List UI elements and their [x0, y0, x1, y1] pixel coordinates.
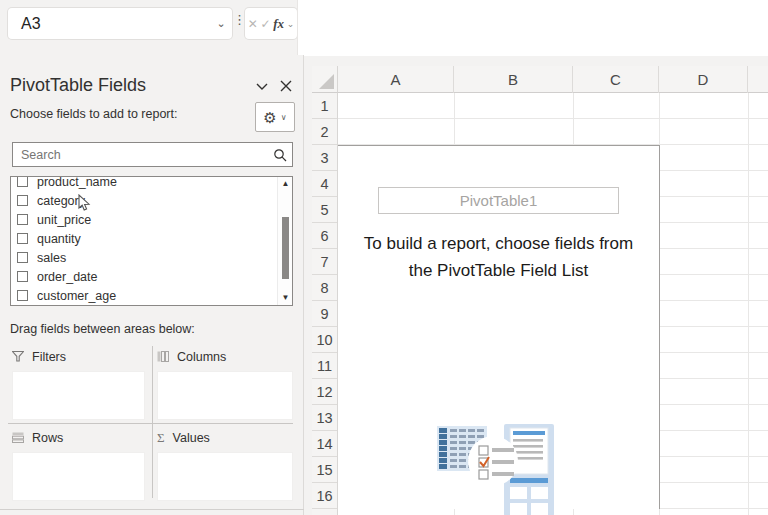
- pivot-name-box[interactable]: PivotTable1: [378, 187, 619, 214]
- checkbox-icon[interactable]: [17, 290, 28, 301]
- gear-icon: ⚙: [263, 110, 276, 125]
- row-header[interactable]: 14: [312, 431, 337, 457]
- more-options-icon[interactable]: ⋮: [233, 17, 243, 22]
- filters-area: Filters: [8, 347, 149, 423]
- row-header[interactable]: 9: [312, 301, 337, 327]
- values-area: Σ Values: [157, 428, 298, 504]
- field-item-product-name[interactable]: product_name: [11, 176, 277, 191]
- fx-dropdown-icon[interactable]: ⌄: [287, 19, 295, 29]
- pane-title: PivotTable Fields: [10, 75, 146, 96]
- areas-vertical-divider: [152, 346, 153, 498]
- column-header-a[interactable]: A: [338, 66, 454, 93]
- pivot-placeholder-graphic: [437, 424, 557, 515]
- columns-area: Columns: [157, 347, 298, 423]
- row-header[interactable]: 3: [312, 145, 337, 171]
- row-header[interactable]: 13: [312, 405, 337, 431]
- field-list: product_name category unit_price quantit…: [10, 176, 293, 306]
- gear-button[interactable]: ⚙ ∨: [255, 102, 295, 132]
- insert-function-icon[interactable]: fx: [273, 16, 284, 32]
- drag-hint: Drag fields between areas below:: [10, 322, 195, 336]
- row-header[interactable]: 2: [312, 119, 337, 145]
- pane-subtitle: Choose fields to add to report:: [10, 107, 177, 121]
- column-headers: A B C D: [338, 66, 768, 93]
- name-box-value: A3: [8, 15, 210, 33]
- row-header[interactable]: 10: [312, 327, 337, 353]
- pivot-instruction: To build a report, choose fields from th…: [338, 230, 659, 284]
- checkbox-icon[interactable]: [17, 176, 28, 187]
- checkbox-icon[interactable]: [17, 271, 28, 282]
- checkbox-icon[interactable]: [17, 233, 28, 244]
- cancel-icon[interactable]: ✕: [248, 17, 258, 31]
- field-item-quantity[interactable]: quantity: [11, 229, 277, 248]
- areas-section: Filters Columns Rows Σ: [0, 343, 304, 513]
- scroll-up-icon[interactable]: ▲: [278, 177, 293, 191]
- row-header[interactable]: 8: [312, 275, 337, 301]
- column-header-spacer: [748, 66, 768, 93]
- row-header[interactable]: 16: [312, 483, 337, 509]
- formula-buttons: ✕ ✓ fx ⌄: [245, 8, 297, 39]
- row-headers: 1 2 3 4 5 6 7 8 9 10 11 12 13 14 15 16: [312, 93, 338, 515]
- row-header[interactable]: 5: [312, 197, 337, 223]
- checkbox-icon[interactable]: [17, 252, 28, 263]
- column-header-b[interactable]: B: [454, 66, 573, 93]
- filters-drop-zone[interactable]: [12, 371, 145, 420]
- pivot-instruction-line2: the PivotTable Field List: [338, 257, 659, 284]
- field-item-order-date[interactable]: order_date: [11, 267, 277, 286]
- field-list-scrollbar[interactable]: ▲ ▼: [277, 177, 292, 305]
- areas-horizontal-divider: [8, 423, 293, 424]
- scroll-down-icon[interactable]: ▼: [278, 291, 293, 305]
- row-header[interactable]: 7: [312, 249, 337, 275]
- column-header-d[interactable]: D: [659, 66, 748, 93]
- filter-icon: [12, 348, 24, 366]
- chevron-down-icon[interactable]: [254, 78, 270, 94]
- enter-icon[interactable]: ✓: [260, 17, 270, 31]
- gear-dropdown-icon: ∨: [281, 113, 287, 122]
- checkbox-icon[interactable]: [17, 195, 28, 206]
- spreadsheet-grid: A B C D 1 2 3 4 5 6 7 8 9 10 11 12 13 14…: [312, 66, 768, 515]
- formula-bar[interactable]: [297, 0, 768, 56]
- field-item-sales[interactable]: sales: [11, 248, 277, 267]
- gridline: [748, 93, 749, 515]
- row-header[interactable]: 4: [312, 171, 337, 197]
- row-header[interactable]: 1: [312, 93, 337, 119]
- search-input[interactable]: [13, 148, 268, 162]
- rows-drop-zone[interactable]: [12, 452, 145, 501]
- row-header[interactable]: 6: [312, 223, 337, 249]
- scrollbar-thumb[interactable]: [282, 217, 289, 279]
- column-header-c[interactable]: C: [573, 66, 659, 93]
- cells-area[interactable]: PivotTable1 To build a report, choose fi…: [338, 93, 768, 515]
- pivottable-fields-pane: PivotTable Fields Choose fields to add t…: [0, 55, 304, 515]
- select-all-triangle-icon: [319, 74, 334, 89]
- search-icon[interactable]: [268, 148, 292, 162]
- pivot-table-region[interactable]: PivotTable1 To build a report, choose fi…: [338, 145, 660, 509]
- checkbox-icon[interactable]: [17, 214, 28, 225]
- name-box-dropdown-icon[interactable]: ⌄: [210, 17, 232, 30]
- field-item-unit-price[interactable]: unit_price: [11, 210, 277, 229]
- field-item-customer-age[interactable]: customer_age: [11, 286, 277, 305]
- field-item-category[interactable]: category: [11, 191, 277, 210]
- row-header[interactable]: 15: [312, 457, 337, 483]
- name-box[interactable]: A3 ⌄: [8, 8, 232, 39]
- pane-bottom-divider: [0, 509, 304, 510]
- row-header[interactable]: 12: [312, 379, 337, 405]
- close-icon[interactable]: [278, 78, 294, 94]
- values-drop-zone[interactable]: [157, 452, 293, 501]
- field-items: product_name category unit_price quantit…: [11, 176, 277, 305]
- columns-icon: [157, 348, 169, 366]
- columns-drop-zone[interactable]: [157, 371, 293, 420]
- sigma-icon: Σ: [157, 430, 165, 446]
- rows-area: Rows: [8, 428, 149, 504]
- toolbar: A3 ⌄ ⋮ ✕ ✓ fx ⌄: [0, 0, 768, 55]
- row-header[interactable]: 11: [312, 353, 337, 379]
- select-all-corner[interactable]: [312, 66, 338, 93]
- search-box: [12, 142, 293, 167]
- rows-icon: [12, 429, 24, 447]
- pivot-instruction-line1: To build a report, choose fields from: [338, 230, 659, 257]
